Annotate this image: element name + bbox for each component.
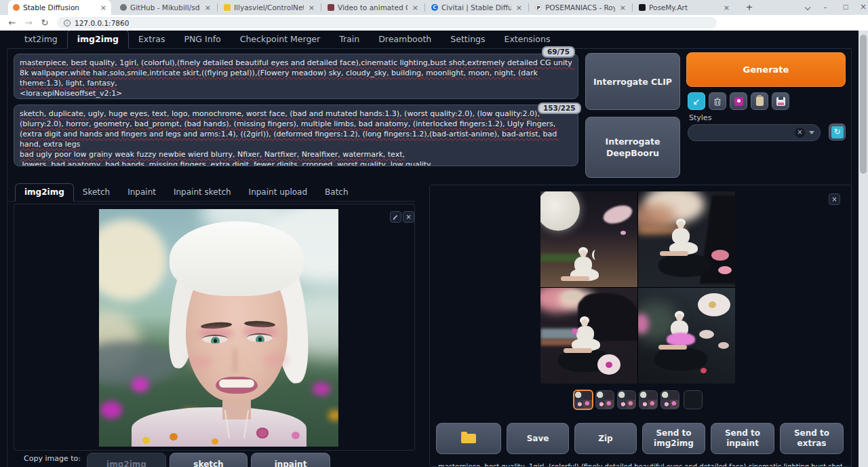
browser-tab-controlnet[interactable]: Illyasviel/ControlNet at main × [219,0,319,15]
folder-icon [461,434,476,443]
gallery-thumbnail-5[interactable] [660,390,679,409]
floppy-save-icon [776,97,785,106]
tab-txt2img[interactable]: txt2img [15,31,67,48]
tab-extras[interactable]: Extras [129,31,175,48]
gallery-thumbnail-2[interactable] [595,390,614,409]
copy-to-sketch-button[interactable]: sketch [170,453,248,467]
send-to-img2img-button[interactable]: Send to img2img [642,423,705,454]
edit-image-button[interactable] [390,211,401,223]
output-gallery-panel: × [429,185,852,467]
window-minimize-button[interactable]: – [816,0,834,15]
favicon-github [120,4,127,11]
subtab-batch[interactable]: Batch [316,184,357,201]
gallery-selected-image[interactable] [540,191,735,384]
subtab-sketch[interactable]: Sketch [74,184,119,201]
window-close-button[interactable]: × [854,0,868,15]
copy-to-img2img-button[interactable]: img2img [87,453,166,467]
reload-button[interactable]: ↻ [38,16,52,29]
img2img-tab-bar: img2img Sketch Inpaint Inpaint sketch In… [8,185,415,202]
extra-networks-button[interactable] [730,92,747,110]
tab-img2img[interactable]: img2img [67,31,129,49]
subtab-inpaint-upload[interactable]: Inpaint upload [240,184,316,201]
subtab-img2img[interactable]: img2img [15,183,74,202]
tab-close-icon[interactable]: × [205,3,211,12]
favicon-controlnet [224,4,231,11]
gallery-thumbnail-4[interactable] [639,390,658,409]
new-tab-button[interactable]: + [744,2,755,13]
prompt-textarea[interactable]: masterpiece, best quality, 1girl, (color… [14,54,578,99]
apply-style-button[interactable] [751,92,768,110]
tab-close-icon[interactable]: × [620,3,626,12]
trash-icon [713,97,722,106]
refresh-icon: ↻ [831,126,844,138]
browser-tab-strip: Stable Diffusion × GitHub - Mikubill/sd-… [0,0,868,15]
remove-image-button[interactable]: × [403,211,414,223]
gallery-thumbnail-1[interactable] [573,390,593,410]
tab-train[interactable]: Train [330,31,369,48]
styles-dropdown[interactable]: × [688,124,821,141]
tab-dreambooth[interactable]: Dreambooth [369,31,441,48]
save-button[interactable]: Save [507,423,569,454]
browser-toolbar: ← → ↻ i 127.0.0.1:7860 ☆ N ⋮ [0,15,868,31]
site-info-icon[interactable]: i [64,20,71,26]
tab-close-icon[interactable]: × [412,3,418,12]
negative-prompt-textarea[interactable]: sketch, duplicate, ugly, huge eyes, text… [14,105,578,166]
send-to-inpaint-button[interactable]: Send to inpaint [711,423,774,454]
favicon-stable-diffusion [13,4,20,11]
input-image[interactable] [99,209,338,447]
negative-token-counter: 153/225 [538,102,581,114]
browser-tab-stable-diffusion[interactable]: Stable Diffusion × [8,0,111,15]
generate-button[interactable]: Generate [686,52,846,87]
browser-tab-posemaniacs[interactable]: P POSEMANIACS - Royalty free 3 × [530,0,631,15]
generation-info-text: masterpiece, best quality, 1girl, (color… [438,462,842,467]
tab-close-icon[interactable]: × [100,3,106,12]
tab-checkpoint-merger[interactable]: Checkpoint Merger [231,31,330,48]
save-style-button[interactable] [772,92,789,110]
favicon-civitai: C [431,4,438,11]
tab-settings[interactable]: Settings [441,31,494,48]
styles-clear-icon[interactable]: × [795,128,805,138]
subtab-inpaint-sketch[interactable]: Inpaint sketch [165,184,240,201]
prompt-token-counter: 69/75 [542,46,575,58]
styles-label: Styles [689,113,711,122]
tab-close-icon[interactable]: × [309,3,315,12]
forward-button[interactable]: → [22,16,35,29]
subtab-inpaint[interactable]: Inpaint [119,184,165,201]
paste-params-button[interactable]: ↙ [688,92,705,110]
tab-search-chevron-icon[interactable] [799,0,816,15]
browser-tab-posemyart[interactable]: PoseMy.Art × [634,0,734,15]
scrollbar-thumb[interactable] [860,35,867,174]
source-image-panel: × [14,204,415,451]
tab-png-info[interactable]: PNG Info [174,31,230,48]
copy-image-to-label: Copy image to: [24,454,81,463]
tab-close-icon[interactable]: × [516,3,522,12]
favicon-posemyart [639,4,646,11]
gallery-thumbnail-6[interactable] [684,390,703,409]
copy-to-inpaint-button[interactable]: inpaint [251,453,330,467]
send-to-extras-button[interactable]: Send to extras [780,423,844,454]
clipboard-icon [756,96,764,106]
pencil-icon [393,214,399,220]
interrogate-clip-button[interactable]: Interrogate CLIP [585,53,680,110]
clear-prompt-button[interactable] [709,92,726,110]
open-folder-button[interactable] [436,423,501,454]
refresh-styles-button[interactable]: ↻ [829,124,846,141]
back-button[interactable]: ← [5,16,19,29]
extra-networks-card-icon [734,97,743,106]
favicon-posemaniacs: P [535,4,542,11]
zip-button[interactable]: Zip [574,423,637,454]
browser-tab-civitai[interactable]: C Civitai | Stable Diffusion model × [427,0,527,15]
close-gallery-button[interactable]: × [829,193,840,205]
tab-close-icon[interactable]: × [724,3,730,12]
screen: Stable Diffusion × GitHub - Mikubill/sd-… [0,0,868,467]
paste-arrow-icon: ↙ [693,96,701,107]
interrogate-deepbooru-button[interactable]: Interrogate DeepBooru [585,117,680,178]
url-text: 127.0.0.1:7860 [75,19,129,27]
browser-tab-github[interactable]: GitHub - Mikubill/sd-webui-co × [115,0,216,15]
chevron-down-icon [809,131,814,134]
window-maximize-button[interactable]: □ [837,0,854,15]
browser-tab-gif-converter[interactable]: Video to animated GIF converter × [323,0,423,15]
page-scrollbar[interactable] [859,31,868,467]
url-bar[interactable]: i 127.0.0.1:7860 [57,17,717,29]
gallery-thumbnail-3[interactable] [617,390,636,409]
